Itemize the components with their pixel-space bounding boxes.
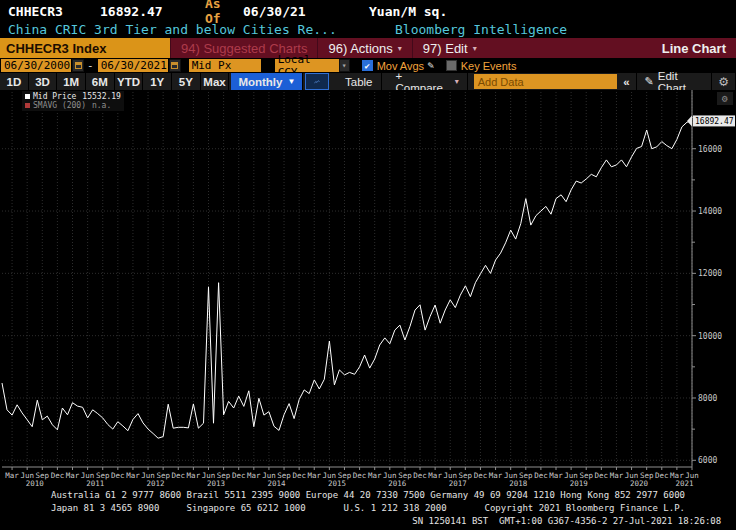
footer-copyright-line: Japan 81 3 4565 8900 Singapore 65 6212 1… — [0, 502, 736, 515]
svg-text:2010: 2010 — [26, 479, 45, 487]
price-type-input[interactable]: Mid Px — [189, 59, 261, 72]
period-button-1d[interactable]: 1D — [0, 73, 29, 90]
svg-text:2013: 2013 — [207, 479, 225, 487]
period-button-1m[interactable]: 1M — [57, 73, 86, 90]
pencil-icon: ✎ — [645, 75, 654, 88]
key-events-label: Key Events — [461, 60, 517, 72]
svg-text:Mar: Mar — [610, 471, 624, 480]
table-button[interactable]: Table — [337, 73, 382, 90]
edit-chart-button[interactable]: ✎ Edit Chart — [637, 73, 713, 90]
svg-text:2012: 2012 — [147, 479, 165, 487]
svg-text:Mar: Mar — [368, 471, 382, 480]
legend-item-smavg[interactable]: SMAVG (200) n.a. — [25, 101, 121, 110]
series-swatch — [25, 94, 30, 99]
svg-text:Dec: Dec — [111, 471, 125, 480]
svg-text:Dec: Dec — [292, 471, 306, 480]
footer-contacts-line: Australia 61 2 9777 8600 Brazil 5511 239… — [0, 489, 736, 502]
security-description[interactable]: China CRIC 3rd Tier and below Cities Re.… — [8, 22, 395, 37]
ticker: CHHECR3 — [8, 4, 100, 19]
svg-text:Mar: Mar — [428, 471, 442, 480]
bloomberg-terminal-window: CHHECR3 16892.47 As Of 06/30/21 Yuan/M s… — [0, 0, 736, 530]
calendar-icon[interactable] — [72, 59, 84, 72]
collapse-button[interactable]: « — [617, 73, 636, 90]
add-data-input[interactable]: Add Data — [474, 74, 617, 89]
svg-text:10000: 10000 — [698, 332, 722, 341]
frequency-select[interactable]: Monthly ▼ — [231, 73, 303, 90]
svg-text:Dec: Dec — [595, 471, 609, 480]
svg-text:Mar: Mar — [489, 471, 503, 480]
svg-text:Dec: Dec — [474, 471, 488, 480]
svg-text:12000: 12000 — [698, 269, 722, 278]
svg-text:Dec: Dec — [534, 471, 548, 480]
svg-text:Dec: Dec — [51, 471, 65, 480]
frequency-label: Monthly — [238, 76, 282, 88]
chevron-down-icon: ▾ — [398, 44, 402, 53]
series-value: n.a. — [92, 101, 111, 110]
title-bar: CHHECR3 16892.47 As Of 06/30/21 Yuan/M s… — [0, 0, 736, 38]
date-to-input[interactable]: 06/30/2021 — [98, 59, 168, 72]
currency-select[interactable]: Local CCY — [275, 59, 339, 72]
line-chart-icon[interactable] — [305, 73, 329, 90]
svg-text:Dec: Dec — [172, 471, 186, 480]
svg-text:2017: 2017 — [449, 479, 467, 487]
svg-text:Mar: Mar — [126, 471, 140, 480]
gear-icon[interactable]: ⚙ — [712, 73, 736, 90]
toolbar-gap — [329, 73, 337, 90]
svg-text:2019: 2019 — [570, 479, 588, 487]
as-of-date: 06/30/21 — [243, 4, 369, 19]
security-tab[interactable]: CHHECR3 Index — [0, 38, 170, 58]
svg-text:Mar: Mar — [247, 471, 261, 480]
svg-text:Dec: Dec — [655, 471, 669, 480]
date-range-separator: - — [87, 59, 94, 72]
date-from-input[interactable]: 06/30/2000 — [1, 59, 71, 72]
last-price: 16892.47 — [100, 4, 205, 19]
chart-type-title: Line Chart — [662, 38, 736, 58]
period-button-max[interactable]: Max — [201, 73, 230, 90]
terminal-footer: Australia 61 2 9777 8600 Brazil 5511 239… — [0, 487, 736, 530]
svg-text:8000: 8000 — [698, 394, 717, 403]
svg-text:Mar: Mar — [307, 471, 321, 480]
svg-text:Dec: Dec — [353, 471, 367, 480]
svg-text:6000: 6000 — [698, 456, 717, 465]
svg-text:14000: 14000 — [698, 207, 722, 216]
price-chart[interactable]: 6000800010000120001400016000MarJunSepDec… — [0, 90, 736, 487]
svg-text:2020: 2020 — [630, 479, 649, 487]
menu-spacer — [487, 38, 662, 58]
svg-text:Dec: Dec — [232, 471, 246, 480]
chart-options-gear-icon[interactable]: ⚙ — [717, 92, 733, 105]
svg-text:Mar: Mar — [66, 471, 80, 480]
footer-session-line: SN 1250141 BST GMT+1:00 G367-4356-2 27-J… — [0, 515, 736, 528]
svg-text:Mar: Mar — [549, 471, 563, 480]
menu-bar: CHHECR3 Index 94) Suggested Charts 96) A… — [0, 38, 736, 58]
period-button-1y[interactable]: 1Y — [143, 73, 172, 90]
period-button-3d[interactable]: 3D — [29, 73, 58, 90]
svg-text:16000: 16000 — [698, 145, 722, 154]
chevron-down-icon: ▾ — [455, 77, 459, 86]
svg-text:2014: 2014 — [267, 479, 286, 487]
bloomberg-intelligence-link[interactable]: Bloomberg Intelligence — [395, 22, 567, 37]
legend-item-mid-price[interactable]: Mid Price 15532.19 — [25, 92, 121, 101]
edit-label: 97) Edit — [423, 41, 468, 56]
series-swatch — [25, 103, 30, 108]
period-button-5y[interactable]: 5Y — [172, 73, 201, 90]
chevron-down-icon: ▾ — [473, 44, 477, 53]
series-value: 15532.19 — [82, 92, 121, 101]
field-bar: 06/30/2000 - 06/30/2021 Mid Px Local CCY… — [0, 58, 736, 73]
chart-toolbar: 1D 3D 1M 6M YTD 1Y 5Y Max Monthly ▼ Tabl… — [0, 73, 736, 90]
chart-area: 6000800010000120001400016000MarJunSepDec… — [0, 90, 736, 487]
period-button-ytd[interactable]: YTD — [115, 73, 144, 90]
series-label: SMAVG (200) — [33, 101, 86, 110]
price-unit: Yuan/M sq. — [369, 4, 447, 19]
actions-label: 96) Actions — [328, 41, 392, 56]
calendar-icon[interactable] — [169, 59, 181, 72]
svg-text:2021: 2021 — [675, 479, 693, 487]
svg-text:Mar: Mar — [187, 471, 201, 480]
period-button-6m[interactable]: 6M — [86, 73, 115, 90]
chevron-down-icon: ▼ — [287, 77, 295, 86]
chevron-down-icon[interactable]: ▾ — [339, 59, 350, 72]
edit-menu[interactable]: 97) Edit ▾ — [412, 38, 487, 58]
compare-button[interactable]: + Compare ▾ — [388, 73, 468, 90]
svg-text:2015: 2015 — [328, 479, 346, 487]
svg-text:2011: 2011 — [86, 479, 104, 487]
mov-avgs-checkbox[interactable]: ✔ — [362, 60, 373, 71]
